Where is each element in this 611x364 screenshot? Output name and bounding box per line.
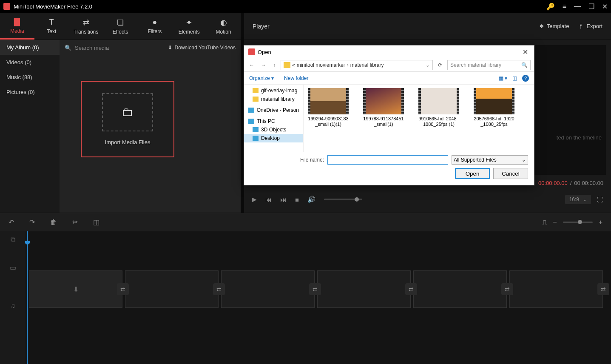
tree-item-thispc[interactable]: This PC xyxy=(244,117,303,125)
refresh-button[interactable]: ⟳ xyxy=(436,62,444,68)
nav-back-button[interactable]: ← xyxy=(247,62,256,68)
transition-button[interactable]: ⇄ xyxy=(597,283,609,295)
file-type-select[interactable]: All Supported Files⌄ xyxy=(452,155,528,165)
tree-item-label: material library xyxy=(261,96,295,102)
clip-slot[interactable]: ⇄ xyxy=(413,270,507,308)
snap-button[interactable]: ⎍ xyxy=(543,219,547,226)
preview-pane-button[interactable]: ◫ xyxy=(512,75,517,81)
download-youtube-button[interactable]: ⬇Download YouTube Videos xyxy=(168,45,236,51)
new-folder-button[interactable]: New folder xyxy=(284,75,308,81)
minimize-icon[interactable]: ― xyxy=(574,3,581,10)
crop-button[interactable]: ◫ xyxy=(93,218,99,226)
transitions-icon: ⇄ xyxy=(83,18,89,27)
sidebar-item-music[interactable]: Music (88) xyxy=(0,70,60,85)
elements-icon: ✦ xyxy=(186,18,192,27)
tab-filters[interactable]: ●Filters xyxy=(137,13,172,40)
import-media-button[interactable]: 🗀 Import Media Files xyxy=(81,81,174,157)
cancel-button[interactable]: Cancel xyxy=(493,168,528,179)
next-frame-button[interactable]: ⏭ xyxy=(280,196,287,203)
sidebar-item-pictures[interactable]: Pictures (0) xyxy=(0,85,60,100)
template-button[interactable]: ❖Template xyxy=(539,23,569,29)
media-sidebar: My Album (0) Videos (0) Music (88) Pictu… xyxy=(0,40,60,213)
clip-slot[interactable]: ⇄ xyxy=(317,270,411,308)
objects-icon xyxy=(253,127,259,132)
text-icon: T xyxy=(49,18,54,27)
nav-up-button[interactable]: ↑ xyxy=(271,62,277,68)
tab-filters-label: Filters xyxy=(148,28,162,34)
tab-text[interactable]: TText xyxy=(34,13,69,40)
file-item[interactable]: 199294-909903183_small (1)(1) xyxy=(307,88,350,148)
tree-item[interactable]: gif-overlay-imag xyxy=(244,86,303,95)
close-icon[interactable]: ✕ xyxy=(602,3,608,11)
breadcrumb[interactable]: « minitool moviemarker › material librar… xyxy=(281,60,433,70)
tab-motion[interactable]: ◐Motion xyxy=(206,13,241,40)
tree-item-desktop[interactable]: Desktop xyxy=(244,134,303,142)
sidebar-item-videos[interactable]: Videos (0) xyxy=(0,55,60,70)
prev-frame-button[interactable]: ⏮ xyxy=(265,196,272,203)
undo-button[interactable]: ↶ xyxy=(9,218,14,226)
zoom-slider[interactable] xyxy=(563,222,593,223)
file-name-label: 199294-909903183_small (1)(1) xyxy=(307,116,350,127)
tree-item-label: gif-overlay-imag xyxy=(261,88,297,94)
upgrade-icon[interactable]: 🔑 xyxy=(546,3,555,11)
clip-slot[interactable]: ⇄ xyxy=(125,270,219,308)
tree-item[interactable]: material library xyxy=(244,95,303,103)
maximize-icon[interactable]: ❐ xyxy=(588,3,594,11)
fullscreen-button[interactable]: ⛶ xyxy=(597,196,603,203)
chevron-down-icon[interactable]: ⌄ xyxy=(426,62,430,68)
breadcrumb-segment[interactable]: minitool moviemarker xyxy=(297,62,345,68)
transition-button[interactable]: ⇄ xyxy=(117,283,129,295)
tab-media[interactable]: ▇Media xyxy=(0,13,34,40)
file-item[interactable]: 20576968-hd_1920_1080_25fps xyxy=(473,88,515,148)
clip-slot[interactable]: ⇄ xyxy=(509,270,603,308)
file-item[interactable]: 199788-911378451_small(1) xyxy=(362,88,405,148)
transition-button[interactable]: ⇄ xyxy=(213,283,225,295)
motion-icon: ◐ xyxy=(220,18,227,27)
redo-button[interactable]: ↷ xyxy=(29,218,35,226)
transition-button[interactable]: ⇄ xyxy=(405,283,417,295)
filename-label: File name: xyxy=(300,157,324,163)
clip-slot[interactable]: ⬇⇄ xyxy=(29,270,122,308)
clip-slot[interactable]: ⇄ xyxy=(221,270,315,308)
split-button[interactable]: ✂ xyxy=(72,218,78,226)
tab-effects[interactable]: ❏Effects xyxy=(103,13,138,40)
dialog-close-button[interactable]: ✕ xyxy=(521,48,530,56)
export-button[interactable]: ⭱Export xyxy=(578,23,602,29)
aspect-ratio-select[interactable]: 16:9⌄ xyxy=(565,195,591,204)
tab-elements-label: Elements xyxy=(179,29,200,35)
tab-elements[interactable]: ✦Elements xyxy=(172,13,206,40)
view-mode-button[interactable]: ▦ ▾ xyxy=(499,75,507,81)
desktop-icon xyxy=(253,136,259,141)
delete-button[interactable]: 🗑 xyxy=(50,219,57,226)
search-input[interactable] xyxy=(75,45,165,51)
transition-button[interactable]: ⇄ xyxy=(501,283,513,295)
help-button[interactable]: ? xyxy=(522,75,529,82)
volume-slider[interactable] xyxy=(324,199,362,200)
volume-icon[interactable]: 🔊 xyxy=(307,196,315,203)
main-tabs: ▇Media TText ⇄Transitions ❏Effects ●Filt… xyxy=(0,13,241,40)
file-item[interactable]: 9910865-hd_2048_1080_25fps (1) xyxy=(418,88,460,148)
aspect-ratio-label: 16:9 xyxy=(569,196,579,202)
folder-icon: 🗀 xyxy=(122,105,134,119)
filename-input[interactable] xyxy=(327,155,448,165)
tab-transitions[interactable]: ⇄Transitions xyxy=(69,13,103,40)
tree-item-onedrive[interactable]: OneDrive - Person xyxy=(244,106,303,114)
nav-forward-button[interactable]: → xyxy=(259,62,268,68)
zoom-out-button[interactable]: − xyxy=(553,219,557,226)
menu-icon[interactable]: ≡ xyxy=(563,3,566,10)
stop-button[interactable]: ■ xyxy=(295,196,299,203)
dialog-search-input[interactable]: Search material library🔍 xyxy=(447,60,531,70)
open-button[interactable]: Open xyxy=(455,168,490,179)
tab-transitions-label: Transitions xyxy=(74,29,98,35)
template-label: Template xyxy=(547,23,569,29)
tree-item-3dobjects[interactable]: 3D Objects xyxy=(244,125,303,134)
play-button[interactable]: ▶ xyxy=(252,196,257,203)
breadcrumb-segment[interactable]: material library xyxy=(350,62,384,68)
organize-button[interactable]: Organize ▾ xyxy=(249,75,274,81)
add-track-button[interactable]: ⧉ xyxy=(0,231,26,248)
tree-item-label: Desktop xyxy=(261,135,280,141)
sidebar-item-album[interactable]: My Album (0) xyxy=(0,40,60,55)
transition-button[interactable]: ⇄ xyxy=(309,283,321,295)
chevron-down-icon: ⌄ xyxy=(583,196,587,202)
zoom-in-button[interactable]: + xyxy=(599,219,602,226)
